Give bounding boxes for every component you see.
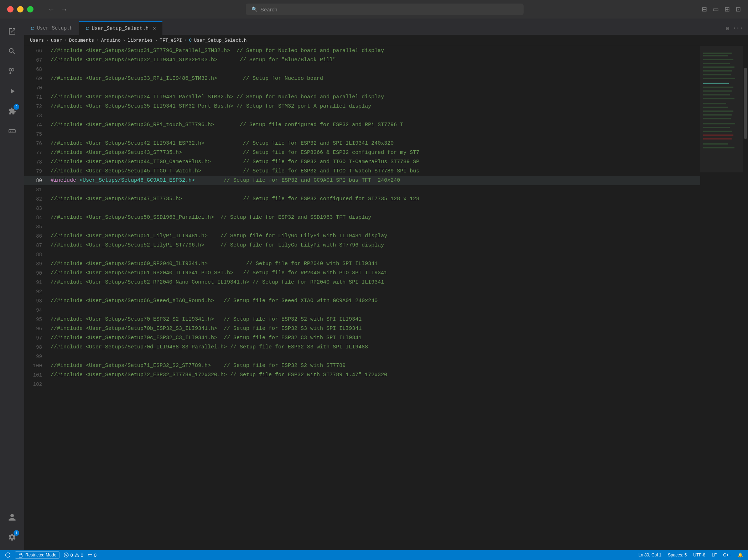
encoding-label: UTF-8 [693, 553, 705, 558]
breadcrumb-part[interactable]: TFT_eSPI [160, 38, 182, 43]
search-bar: 🔍 Search [68, 4, 702, 15]
tab-actions: ⊟ ··· [721, 25, 748, 35]
traffic-lights [7, 6, 33, 12]
breadcrumb-lang-icon: C [189, 38, 192, 43]
sidebar-item-search[interactable] [3, 42, 21, 61]
code-line-101: 101 //#include <User_Setups/Setup72_ESP3… [24, 370, 700, 380]
breadcrumb-sep: › [96, 38, 99, 43]
status-encoding[interactable]: UTF-8 [693, 553, 705, 558]
split-editor-icon[interactable]: ⊟ [726, 25, 729, 32]
editor-area: C User_Setup.h C User_Setup_Select.h ✕ ⊟… [24, 19, 748, 550]
code-line-102: 102 [24, 380, 700, 389]
status-errors[interactable]: ✕ 0 ! 0 [64, 553, 83, 558]
code-line-84: 84 //#include <User_Setups/Setup50_SSD19… [24, 213, 700, 222]
status-language[interactable]: C++ [723, 553, 731, 558]
code-line-96: 96 //#include <User_Setups/Setup70b_ESP3… [24, 324, 700, 333]
code-line-93: 93 //#include <User_Setups/Setup66_Seeed… [24, 296, 700, 306]
back-button[interactable]: ← [48, 5, 55, 14]
toggle-sidebar-button[interactable]: ⊞ [724, 5, 730, 13]
breadcrumb-part[interactable]: Arduino [101, 38, 121, 43]
code-line-89: 89 //#include <User_Setups/Setup60_RP204… [24, 259, 700, 269]
sidebar-item-source-control[interactable] [3, 62, 21, 81]
breadcrumb-part[interactable]: Documents [69, 38, 94, 43]
code-line-67: 67 //#include <User_Setups/Setup32_ILI93… [24, 56, 700, 65]
restricted-mode-label: Restricted Mode [25, 553, 56, 558]
breadcrumb-sep: › [123, 38, 126, 43]
sidebar-item-remote[interactable] [3, 122, 21, 140]
main-area: 2 1 C User_Setup.h C User_Setup_Select. [0, 19, 748, 550]
sidebar-item-explorer[interactable] [3, 22, 21, 41]
maximize-button[interactable] [27, 6, 33, 12]
code-line-80: 80 #include <User_Setups/Setup46_GC9A01_… [24, 176, 700, 185]
svg-rect-29 [19, 555, 22, 557]
svg-text:✕: ✕ [65, 554, 68, 557]
error-count: 0 [70, 553, 73, 558]
scrollbar-thumb[interactable] [744, 68, 747, 139]
status-position[interactable]: Ln 80, Col 1 [638, 553, 661, 558]
bell-icon: 🔔 [738, 553, 743, 558]
tab-lang-icon: C [85, 26, 89, 31]
breadcrumb-part[interactable]: libraries [128, 38, 152, 43]
code-line-71: 71 //#include <User_Setups/Setup34_ILI94… [24, 93, 700, 102]
breadcrumb-part[interactable]: Users [30, 38, 44, 43]
code-line-75: 75 [24, 130, 700, 139]
status-ports[interactable]: 0 [88, 553, 97, 558]
code-line-72: 72 //#include <User_Setups/Setup35_ILI93… [24, 102, 700, 111]
status-spaces[interactable]: Spaces: 5 [668, 553, 687, 558]
warning-count: 0 [81, 553, 83, 558]
tab-close-icon[interactable]: ✕ [153, 25, 156, 31]
code-line-68: 68 [24, 65, 700, 74]
breadcrumb-part[interactable]: user [51, 38, 62, 43]
code-line-73: 73 [24, 111, 700, 120]
restricted-mode-indicator[interactable]: Restricted Mode [15, 551, 59, 559]
code-line-98: 98 //#include <User_Setups/Setup70d_ILI9… [24, 343, 700, 352]
scrollbar-track[interactable] [743, 46, 748, 550]
close-button[interactable] [7, 6, 14, 12]
code-line-78: 78 //#include <User_Setups/Setup44_TTGO_… [24, 157, 700, 167]
tab-user-setup-select[interactable]: C User_Setup_Select.h ✕ [79, 21, 162, 35]
tab-user-setup[interactable]: C User_Setup.h [24, 21, 79, 35]
minimize-button[interactable] [17, 6, 24, 12]
more-actions-icon[interactable]: ··· [733, 25, 743, 32]
code-line-74: 74 //#include <User_Setups/Setup36_RPi_t… [24, 120, 700, 130]
code-container: 66 //#include <User_Setups/Setup31_ST779… [24, 46, 748, 550]
breadcrumb-filename[interactable]: User_Setup_Select.h [194, 38, 246, 43]
sidebar-item-run[interactable] [3, 82, 21, 100]
code-line-81: 81 [24, 185, 700, 195]
status-remote[interactable] [5, 552, 11, 558]
code-line-90: 90 //#include <User_Setups/Setup61_RP204… [24, 269, 700, 278]
sidebar-item-account[interactable] [3, 508, 21, 527]
code-line-88: 88 [24, 250, 700, 259]
remote-status-icon [5, 552, 11, 558]
language-label: C++ [723, 553, 731, 558]
sidebar-item-extensions[interactable]: 2 [3, 102, 21, 120]
code-line-100: 100 //#include <User_Setups/Setup71_ESP3… [24, 361, 700, 370]
sidebar-item-settings[interactable]: 1 [3, 528, 21, 546]
toggle-panel-button[interactable]: ▭ [713, 5, 719, 13]
customize-layout-button[interactable]: ⊡ [736, 5, 741, 13]
svg-point-2 [12, 131, 13, 132]
code-line-82: 82 //#include <User_Setups/Setup47_ST773… [24, 195, 700, 204]
split-editor-button[interactable]: ⊟ [702, 5, 707, 13]
extensions-badge: 2 [14, 104, 19, 110]
tab-lang-icon: C [31, 26, 34, 31]
minimap [700, 46, 743, 550]
spaces-label: Spaces: 5 [668, 553, 687, 558]
code-line-66: 66 //#include <User_Setups/Setup31_ST779… [24, 46, 700, 56]
title-bar: ← → 🔍 Search ⊟ ▭ ⊞ ⊡ [0, 0, 748, 19]
code-line-70: 70 [24, 83, 700, 93]
code-editor[interactable]: 66 //#include <User_Setups/Setup31_ST779… [24, 46, 700, 550]
status-notifications[interactable]: 🔔 [738, 553, 743, 558]
status-right: Ln 80, Col 1 Spaces: 5 UTF-8 LF C++ 🔔 [638, 553, 743, 558]
search-wrapper[interactable]: 🔍 Search [246, 4, 524, 15]
status-left: Restricted Mode ✕ 0 ! 0 0 [5, 551, 97, 559]
code-line-94: 94 [24, 306, 700, 315]
code-line-87: 87 //#include <User_Setups/Setup52_LilyP… [24, 241, 700, 250]
breadcrumb-sep: › [46, 38, 49, 43]
restricted-mode-icon [18, 553, 23, 558]
code-line-95: 95 //#include <User_Setups/Setup70_ESP32… [24, 315, 700, 324]
status-line-ending[interactable]: LF [712, 553, 717, 558]
svg-rect-28 [700, 46, 743, 172]
forward-button[interactable]: → [61, 5, 68, 14]
tab-label: User_Setup.h [37, 25, 73, 31]
